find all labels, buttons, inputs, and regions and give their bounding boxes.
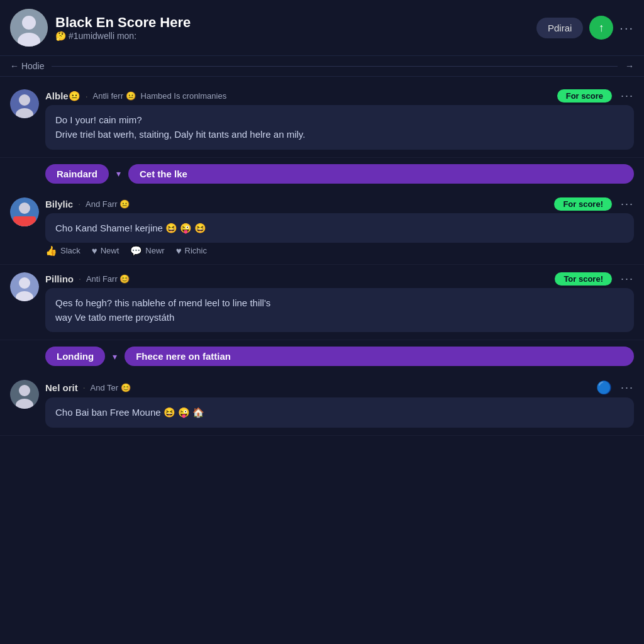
post-2-badge[interactable]: For score! <box>554 197 612 211</box>
post-4-username: Nel orit <box>45 382 78 393</box>
header-subtitle: 🤔 #1umidwelli mon: <box>55 31 536 41</box>
post-3-body: Pillino · Anti Farr 😊 Tor score! ··· Qes… <box>45 272 634 333</box>
feed: Alble😐 · Antli ferr 😐 Hambed Is cronlman… <box>0 77 644 441</box>
svg-point-11 <box>19 277 30 289</box>
reaction-newr-label: Newr <box>145 246 164 255</box>
header: Black En Score Here 🤔 #1umidwelli mon: P… <box>0 0 644 56</box>
post-4-body: Nel orit · And Ter 😊 🔵 ··· Cho Bai ban F… <box>45 380 634 427</box>
post-1-username: Alble😐 <box>45 91 80 102</box>
svg-rect-9 <box>13 216 36 226</box>
tag-fhece-nere[interactable]: Fhece nere on fattian <box>125 347 634 366</box>
tag-bar-2: Londing ▾ Fhece nere on fattian <box>0 340 644 372</box>
reaction-richic-label: Richic <box>185 246 207 255</box>
upvote-button[interactable]: ↑ <box>589 16 613 40</box>
post-2-meta: Bilylic · And Farr 😐 For score! ··· <box>45 197 634 211</box>
tag-bar-1: Raindard ▾ Cet the lke <box>0 158 644 190</box>
tag-arrow-icon: ▾ <box>116 169 121 179</box>
reaction-richic[interactable]: ♥ Richic <box>176 245 207 257</box>
post-4-time: And Ter 😊 <box>91 383 131 392</box>
post-3-avatar <box>10 272 39 301</box>
post-2: Bilylic · And Farr 😐 For score! ··· Cho … <box>0 190 644 265</box>
tag-londing[interactable]: Londing <box>45 347 105 366</box>
reaction-newt[interactable]: ♥ Newt <box>92 245 119 257</box>
up-arrow-icon: ↑ <box>599 21 604 35</box>
post-1-badge[interactable]: For score <box>557 89 612 103</box>
post-1-extra: Hambed Is cronlmanies <box>141 91 227 101</box>
header-info: Black En Score Here 🤔 #1umidwelli mon: <box>55 14 536 41</box>
post-2-avatar <box>10 197 39 226</box>
post-1-meta: Alble😐 · Antli ferr 😐 Hambed Is cronlman… <box>45 89 634 103</box>
post-2-reactions: 👍 Slack ♥ Newt 💬 Newr ♥ Richic <box>45 243 634 257</box>
tag-arrow-icon-2: ▾ <box>113 352 117 362</box>
reaction-slack[interactable]: 👍 Slack <box>45 245 80 257</box>
svg-point-7 <box>19 203 30 214</box>
post-1-content: Do I your! cain mim? Drive triel bat wer… <box>45 105 634 150</box>
nav-back[interactable]: ← Hodie <box>10 61 44 71</box>
post-1: Alble😐 · Antli ferr 😐 Hambed Is cronlman… <box>0 82 644 158</box>
nav-bar: ← Hodie → <box>0 56 644 77</box>
post-4-badge-icon: 🔵 <box>596 380 612 395</box>
post-3-username: Pillino <box>45 274 74 284</box>
tag-raindard[interactable]: Raindard <box>45 164 109 184</box>
header-more-button[interactable]: ··· <box>619 21 634 35</box>
post-3-more[interactable]: ··· <box>621 272 634 286</box>
nav-forward[interactable]: → <box>625 61 634 71</box>
post-1-time: Antli ferr 😐 <box>93 91 136 101</box>
post-2-time: And Farr 😐 <box>86 199 130 209</box>
post-1-more[interactable]: ··· <box>621 89 634 103</box>
header-avatar <box>10 9 48 47</box>
comment-icon: 💬 <box>130 245 142 257</box>
post-3-content: Qes fo hegh? this nablehe of mend leel t… <box>45 288 634 333</box>
svg-point-1 <box>22 16 36 30</box>
post-3-time: Anti Farr 😊 <box>86 274 130 284</box>
post-2-username: Bilylic <box>45 199 73 209</box>
post-4-avatar <box>10 380 39 409</box>
post-2-content: Cho Kand Shame! kerjine 😆 😜 😆 <box>45 213 634 243</box>
post-4: Nel orit · And Ter 😊 🔵 ··· Cho Bai ban F… <box>0 372 644 435</box>
post-1-body: Alble😐 · Antli ferr 😐 Hambed Is cronlman… <box>45 89 634 150</box>
reaction-newt-label: Newt <box>101 246 119 255</box>
post-3-badge[interactable]: Tor score! <box>555 272 612 286</box>
post-3-meta: Pillino · Anti Farr 😊 Tor score! ··· <box>45 272 634 286</box>
post-4-meta: Nel orit · And Ter 😊 🔵 ··· <box>45 380 634 395</box>
post-4-content: Cho Bai ban Free Moune 😆 😜 🏠 <box>45 397 634 427</box>
post-2-body: Bilylic · And Farr 😐 For score! ··· Cho … <box>45 197 634 257</box>
header-title: Black En Score Here <box>55 14 536 31</box>
tag-cet-the-lke[interactable]: Cet the lke <box>128 164 634 184</box>
post-1-avatar <box>10 89 39 118</box>
svg-point-4 <box>19 94 30 106</box>
thumbs-up-icon: 👍 <box>45 245 57 257</box>
post-4-more[interactable]: ··· <box>621 381 634 394</box>
pdirai-button[interactable]: Pdirai <box>536 18 583 38</box>
header-actions: Pdirai ↑ ··· <box>536 16 634 40</box>
post-2-more[interactable]: ··· <box>621 197 634 211</box>
post-3: Pillino · Anti Farr 😊 Tor score! ··· Qes… <box>0 265 644 341</box>
svg-point-14 <box>19 385 30 396</box>
heart-icon-1: ♥ <box>92 245 97 256</box>
nav-divider <box>52 66 618 67</box>
reaction-newr[interactable]: 💬 Newr <box>130 245 164 257</box>
reaction-slack-label: Slack <box>60 246 80 255</box>
heart-icon-2: ♥ <box>176 245 182 256</box>
